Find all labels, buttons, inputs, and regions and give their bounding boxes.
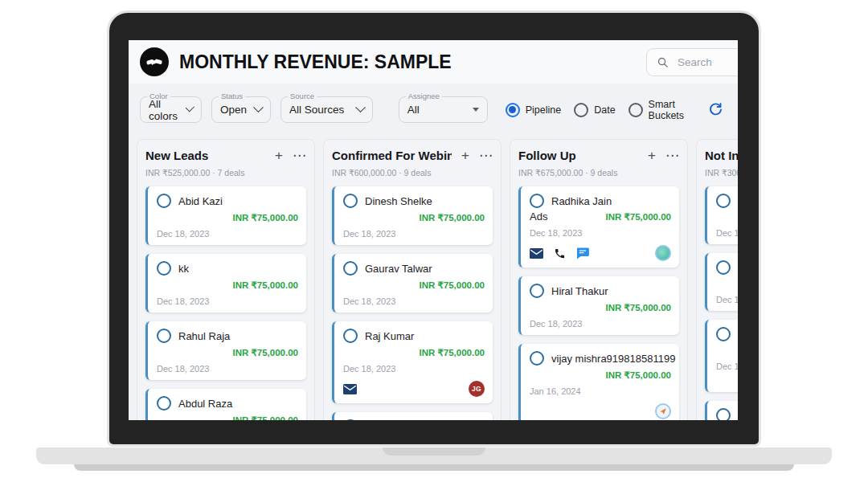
add-card-icon[interactable]: + — [648, 149, 656, 162]
column-menu-icon[interactable]: ⋯ — [293, 149, 306, 162]
source-filter-label: Source — [288, 92, 317, 100]
lead-status-circle-icon[interactable] — [157, 396, 171, 411]
app-header: MONTHLY REVENUE: SAMPLE — [129, 40, 738, 84]
lead-status-circle-icon[interactable] — [530, 194, 544, 208]
radio-date[interactable]: Date — [574, 103, 615, 117]
deal-card[interactable]: Gar Dec 18, 2023 — [705, 401, 738, 420]
column-title: New Leads — [145, 149, 265, 162]
assignee-filter-value: All — [407, 104, 420, 116]
deal-amount: INR ₹75,000.00 — [157, 212, 298, 223]
column-header: Not Interested + ⋯ — [705, 149, 738, 162]
lead-status-circle-icon[interactable] — [343, 261, 358, 276]
column-header: Confirmed For Webinar + ⋯ — [332, 149, 493, 162]
lead-status-circle-icon[interactable] — [157, 194, 171, 208]
status-filter-dropdown[interactable]: Status Open — [211, 96, 271, 123]
column-summary: INR ₹525,000.00 · 7 deals — [145, 168, 306, 178]
source-filter-dropdown[interactable]: Source All Sources — [280, 96, 373, 123]
color-filter-value: All colors — [149, 98, 179, 122]
deal-name: Rahul Raja — [178, 330, 230, 342]
search-input[interactable] — [676, 55, 738, 69]
chat-icon[interactable] — [576, 247, 589, 259]
assignee-avatar[interactable] — [655, 245, 671, 261]
deal-card[interactable]: kk INR ₹75,000.00 Dec 18, 2023 — [145, 254, 306, 312]
assignee-avatar[interactable]: JG — [469, 381, 485, 397]
lead-status-circle-icon[interactable] — [530, 351, 544, 366]
column-follow-up: Follow Up + ⋯ INR ₹675,000.00 · 9 deals … — [510, 139, 688, 420]
lead-status-circle-icon[interactable] — [716, 194, 731, 208]
assignee-filter-dropdown[interactable]: Assignee All — [399, 96, 488, 123]
deal-card[interactable]: Hiral Thakur INR ₹75,000.00 Dec 18, 2023 — [518, 276, 679, 335]
radio-smart-buckets[interactable]: Smart Buckets — [628, 99, 698, 121]
deal-card[interactable]: Abdul Raza INR ₹75,000.00 Dec 18, 2023 — [145, 389, 306, 420]
lead-status-circle-icon[interactable] — [716, 260, 731, 275]
refresh-button[interactable] — [708, 102, 723, 117]
deal-name: vijay mishra919818581199 — [551, 353, 675, 365]
add-card-icon[interactable]: + — [275, 149, 283, 162]
deal-date: Dec 18, 2023 — [157, 364, 298, 374]
lead-status-circle-icon[interactable] — [343, 419, 358, 420]
view-mode-radio-group: Pipeline Date Smart Buckets — [506, 99, 698, 121]
lead-status-circle-icon[interactable] — [530, 284, 544, 298]
phone-icon[interactable] — [554, 247, 566, 259]
radio-pipeline[interactable]: Pipeline — [506, 103, 561, 117]
radio-unselected-icon[interactable] — [628, 103, 643, 117]
deal-amount: INR ₹75,000.00 — [343, 280, 485, 291]
assignee-filter-label: Assignee — [406, 92, 442, 100]
deal-card[interactable]: Danish Shaikh INR ₹75,000.00 Dec 18, 202… — [332, 412, 493, 420]
chevron-down-icon — [186, 103, 194, 112]
lead-status-circle-icon[interactable] — [157, 261, 171, 276]
deal-card[interactable]: Abid Kazi INR ₹75,000.00 Dec 18, 2023 — [145, 186, 306, 245]
deal-card[interactable]: Rahul Raja INR ₹75,000.00 Dec 18, 2023 — [145, 321, 306, 380]
add-card-icon[interactable]: + — [461, 149, 469, 162]
deal-date: Dec 18, 2023 — [716, 228, 738, 238]
deal-card[interactable]: Radhika Jain Ads INR ₹75,000.00 Dec 18, … — [518, 186, 679, 268]
deal-card[interactable]: Kira Dec 18, 2023 — [705, 186, 738, 244]
lead-status-circle-icon[interactable] — [343, 329, 358, 343]
deal-source-tag: Ads — [530, 210, 547, 223]
deal-name: Abid Kazi — [178, 195, 223, 207]
deal-name: Radhika Jain — [551, 195, 612, 207]
column-title: Confirmed For Webinar — [332, 149, 452, 162]
mail-icon[interactable] — [343, 384, 357, 394]
dropdown-arrow-icon — [473, 108, 479, 112]
lead-status-circle-icon[interactable] — [343, 194, 358, 208]
column-title: Not Interested — [705, 149, 738, 162]
deal-amount: INR ₹75,000.00 — [157, 280, 298, 291]
column-menu-icon[interactable]: ⋯ — [479, 149, 493, 162]
column-not-interested: Not Interested + ⋯ INR ₹300,000.00 Kira … — [696, 139, 738, 420]
deal-name: Hiral Thakur — [551, 285, 608, 297]
column-new-leads: New Leads + ⋯ INR ₹525,000.00 · 7 deals … — [137, 139, 315, 420]
radio-pipeline-label: Pipeline — [526, 104, 561, 116]
column-summary: INR ₹300,000.00 — [705, 168, 738, 178]
column-summary: INR ₹675,000.00 · 9 deals — [518, 168, 679, 178]
mail-icon[interactable] — [530, 248, 543, 259]
lead-status-circle-icon[interactable] — [716, 327, 731, 341]
deal-amount: INR ₹75,000.00 — [530, 370, 671, 381]
campaign-avatar[interactable] — [655, 403, 671, 419]
deal-amount: INR ₹75,000.00 — [530, 302, 671, 313]
color-filter-dropdown[interactable]: Color All colors — [140, 96, 202, 123]
deal-card[interactable]: Dinesh Shelke INR ₹75,000.00 Dec 18, 202… — [332, 186, 493, 245]
search-box[interactable] — [646, 48, 738, 76]
deal-card[interactable]: swa Dec 18, 2023 — [705, 253, 738, 311]
deal-amount: INR ₹75,000.00 — [606, 211, 671, 223]
deal-card[interactable]: vijay mishra919818581199 INR ₹75,000.00 … — [518, 344, 679, 420]
lead-status-circle-icon[interactable] — [157, 329, 171, 343]
deal-date: Dec 18, 2023 — [530, 319, 671, 329]
lead-status-circle-icon[interactable] — [716, 408, 731, 420]
status-filter-value: Open — [220, 104, 247, 116]
app-screen: MONTHLY REVENUE: SAMPLE Color All colors… — [129, 40, 738, 420]
deal-card[interactable]: Gaurav Talwar INR ₹75,000.00 Dec 18, 202… — [332, 254, 493, 312]
radio-smart-buckets-label: Smart Buckets — [649, 99, 698, 121]
deal-date: Dec 18, 2023 — [716, 295, 738, 304]
deal-date: Dec 18, 2023 — [343, 296, 485, 306]
radio-unselected-icon[interactable] — [574, 103, 588, 117]
column-confirmed-for-webinar: Confirmed For Webinar + ⋯ INR ₹600,000.0… — [323, 139, 502, 420]
chevron-down-icon — [253, 102, 264, 112]
radio-selected-icon[interactable] — [506, 103, 520, 117]
deal-card[interactable]: Raj Kumar INR ₹75,000.00 Dec 18, 2023 JG — [332, 321, 493, 403]
deal-card[interactable]: Mar Dec 18, 2023 — [705, 320, 738, 392]
column-menu-icon[interactable]: ⋯ — [665, 149, 679, 162]
page-title: MONTHLY REVENUE: SAMPLE — [179, 51, 452, 73]
send-triangle-icon — [659, 407, 667, 415]
